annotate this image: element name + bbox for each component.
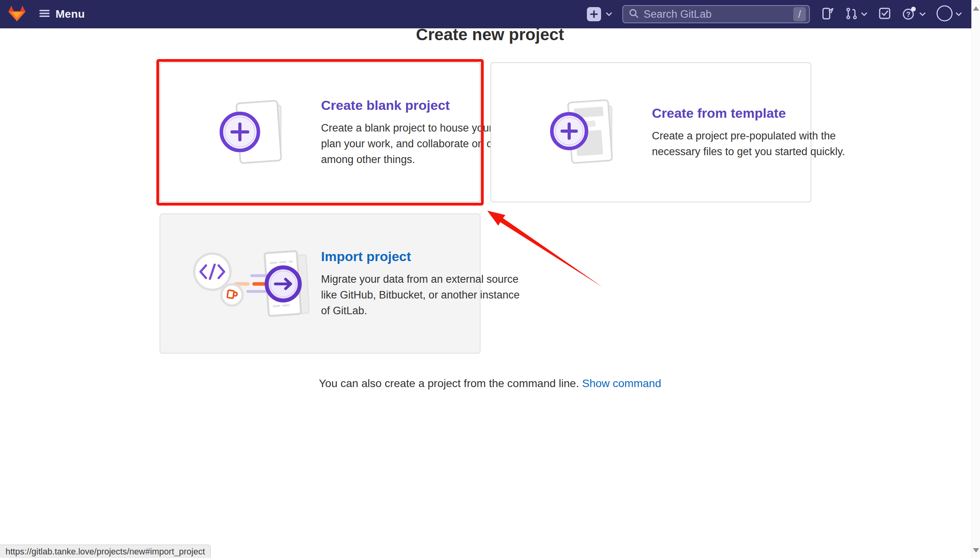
new-dropdown-button[interactable] [587, 7, 612, 21]
blank-project-illustration-icon [215, 90, 298, 174]
create-from-template-card[interactable]: Create from template Create a project pr… [490, 62, 811, 202]
search-box[interactable]: / [622, 5, 810, 23]
show-command-link[interactable]: Show command [582, 377, 661, 389]
svg-text:?: ? [906, 11, 911, 19]
issues-button[interactable] [820, 6, 834, 22]
import-project-card[interactable]: Import project Migrate your data from an… [160, 213, 481, 354]
template-project-illustration-icon [546, 90, 629, 174]
issues-icon [820, 6, 834, 22]
merge-request-icon [845, 6, 859, 22]
chevron-down-icon [606, 11, 612, 18]
search-input[interactable] [644, 8, 789, 20]
chevron-down-icon [919, 11, 926, 18]
gitlab-tanuki-icon [8, 5, 26, 23]
chevron-down-icon [956, 11, 962, 18]
avatar-circle-icon [936, 5, 953, 24]
import-project-illustration-icon [192, 243, 310, 324]
gitlab-logo-button[interactable] [8, 5, 26, 23]
help-question-icon: ? [902, 6, 917, 22]
menu-button[interactable]: Menu [39, 8, 85, 20]
browser-status-bar: https://gitlab.tanke.love/projects/new#i… [0, 545, 211, 558]
todo-check-icon [878, 6, 892, 22]
top-navbar: Menu / [0, 0, 971, 28]
scroll-up-arrow-icon[interactable] [973, 6, 979, 11]
main-content: Create new project Create blank project … [0, 25, 980, 390]
hamburger-icon [39, 9, 50, 20]
import-project-title[interactable]: Import project [321, 249, 520, 264]
status-url: https://gitlab.tanke.love/projects/new#i… [6, 547, 205, 557]
help-button[interactable]: ? [902, 6, 926, 22]
project-options-grid: Create blank project Create a blank proj… [160, 62, 811, 354]
vertical-scrollbar[interactable] [971, 0, 980, 558]
command-line-hint-text: You can also create a project from the c… [319, 377, 579, 389]
merge-requests-button[interactable] [845, 6, 867, 22]
command-line-hint: You can also create a project from the c… [0, 377, 980, 390]
user-menu-button[interactable] [936, 5, 962, 24]
chevron-down-icon [861, 11, 867, 18]
create-blank-project-card[interactable]: Create blank project Create a blank proj… [160, 62, 481, 202]
search-icon [629, 8, 639, 20]
create-from-template-description: Create a project pre-populated with the … [652, 128, 851, 159]
scroll-down-arrow-icon[interactable] [973, 548, 979, 552]
create-from-template-title[interactable]: Create from template [652, 106, 851, 121]
search-shortcut-key: / [793, 7, 806, 21]
import-project-description: Migrate your data from an external sourc… [321, 271, 520, 319]
todos-button[interactable] [878, 6, 892, 22]
notification-dot [911, 7, 916, 11]
menu-label: Menu [56, 8, 85, 20]
plus-icon [587, 7, 601, 21]
